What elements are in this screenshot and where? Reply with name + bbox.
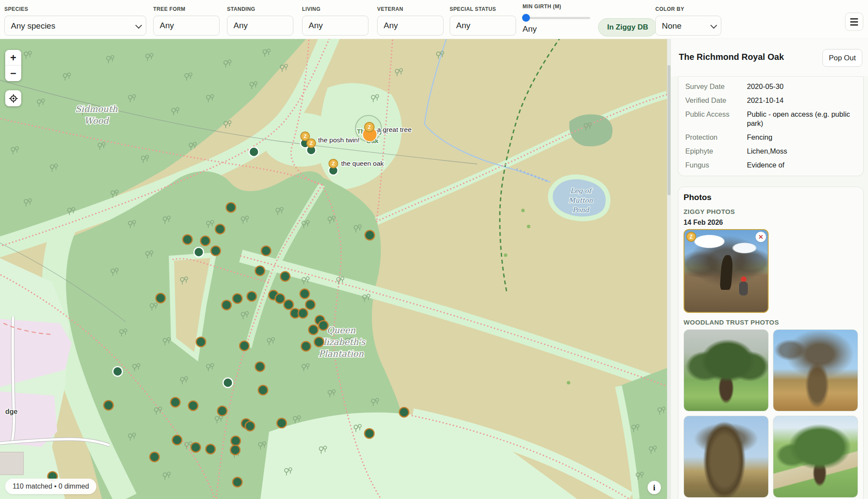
tree-marker[interactable]	[188, 401, 198, 410]
tree-marker[interactable]	[222, 300, 231, 310]
min-girth-filter-group: MIN GIRTH (M) Any	[523, 3, 590, 34]
woodland-trust-photo[interactable]	[773, 329, 858, 411]
tree-marker[interactable]	[399, 407, 409, 417]
min-girth-value: Any	[523, 24, 590, 34]
tree-marker[interactable]	[247, 292, 256, 301]
photos-heading: Photos	[684, 193, 858, 202]
veteran-input[interactable]	[377, 16, 444, 36]
living-input[interactable]	[302, 16, 368, 36]
tree-marker[interactable]	[104, 401, 113, 410]
tree-marker[interactable]	[249, 147, 259, 157]
tree-marker[interactable]	[309, 325, 318, 335]
ziggy-photo[interactable]: Z ✕	[684, 229, 769, 313]
map-place-label: Mutton	[569, 197, 593, 204]
tree-marker[interactable]	[258, 385, 268, 395]
attribute-row: Survey Date2020-05-30	[678, 80, 863, 94]
ziggy-badge-icon: Z	[307, 139, 316, 148]
tree-marker[interactable]	[194, 247, 204, 257]
tree-marker[interactable]	[211, 246, 220, 256]
tree-marker[interactable]	[319, 321, 328, 330]
living-label: LIVING	[302, 6, 368, 12]
woodland-trust-photo[interactable]	[684, 329, 769, 411]
slider-thumb[interactable]	[522, 14, 530, 22]
slider-track[interactable]	[523, 17, 590, 19]
veteran-filter-group: VETERAN	[377, 6, 444, 36]
tree-marker[interactable]	[223, 378, 233, 387]
tree-marker[interactable]	[196, 337, 206, 347]
tree-marker[interactable]	[306, 300, 315, 309]
tree-marker[interactable]	[215, 224, 225, 234]
in-ziggy-db-label: In Ziggy DB	[607, 23, 648, 32]
tree-marker[interactable]	[191, 443, 201, 452]
tree-marker[interactable]	[113, 367, 122, 376]
map-place-label: Elizabeth's	[317, 337, 366, 347]
tree-marker[interactable]	[300, 289, 309, 299]
zoom-in-button[interactable]: +	[5, 50, 21, 66]
color-by-select[interactable]: None	[655, 16, 721, 36]
tree-marker[interactable]	[226, 203, 236, 212]
map-place-label: Leg of	[570, 187, 593, 195]
remove-photo-button[interactable]: ✕	[756, 232, 766, 242]
special-status-input[interactable]	[450, 16, 516, 36]
map-canvas[interactable]: SidmouthWoodQueenElizabeth'sPlantationTh…	[0, 39, 667, 499]
living-filter-group: LIVING	[302, 6, 368, 36]
tree-marker[interactable]	[240, 341, 249, 351]
tree-marker[interactable]	[233, 294, 242, 303]
locate-button[interactable]	[5, 90, 21, 106]
tree-marker[interactable]	[255, 266, 265, 276]
tree-marker[interactable]	[150, 452, 159, 462]
menu-icon	[850, 18, 858, 20]
tree-marker[interactable]	[233, 477, 242, 487]
standing-label: STANDING	[227, 6, 293, 12]
photos-card: Photos ZIGGY PHOTOS 14 Feb 2026 Z ✕ WOOD…	[678, 187, 864, 499]
tree-marker[interactable]	[171, 397, 180, 407]
min-girth-slider[interactable]	[523, 14, 590, 22]
tree-marker[interactable]	[314, 337, 324, 347]
map-attribution-button[interactable]: i	[648, 481, 661, 494]
tree-marker[interactable]	[275, 294, 285, 303]
tree-form-input[interactable]	[153, 16, 220, 36]
attribute-row: Verified Date2021-10-14	[678, 94, 863, 108]
tree-marker[interactable]	[206, 444, 215, 454]
in-ziggy-db-toggle[interactable]: In Ziggy DB	[598, 18, 657, 36]
attribute-value: 2021-10-14	[747, 96, 856, 105]
attribute-label: Public Access	[685, 110, 747, 129]
attribute-value: Evidence of	[747, 161, 856, 170]
species-select[interactable]: Any species	[4, 16, 146, 36]
tree-marker[interactable]	[301, 341, 311, 351]
map-place-label: Sidmouth	[75, 104, 118, 114]
special-status-filter-group: SPECIAL STATUS	[450, 6, 516, 36]
attribute-row: Public AccessPublic - open access (e.g. …	[678, 108, 863, 131]
tree-marker[interactable]	[245, 421, 255, 431]
menu-button[interactable]	[845, 13, 863, 31]
tree-marker[interactable]	[201, 236, 210, 246]
tree-marker[interactable]	[280, 272, 290, 281]
attribute-row: EpiphyteLichen,Moss	[678, 144, 863, 158]
sidebar-scrollbar[interactable]	[667, 39, 671, 499]
tree-marker[interactable]	[365, 429, 374, 438]
tree-marker[interactable]	[365, 230, 375, 240]
woodland-trust-photo[interactable]	[684, 416, 769, 498]
tree-marker[interactable]	[172, 435, 182, 445]
tree-marker[interactable]	[277, 418, 286, 428]
tree-marker[interactable]	[217, 406, 227, 416]
standing-input[interactable]	[227, 16, 293, 36]
tree-marker[interactable]	[183, 235, 192, 244]
svg-text:Z: Z	[310, 141, 313, 146]
tree-marker[interactable]	[231, 436, 240, 446]
scrollbar-thumb[interactable]	[667, 65, 671, 195]
pop-out-button[interactable]: Pop Out	[822, 49, 862, 67]
tree-name-label: a great tree	[377, 126, 411, 133]
panel-title: The Richmond Royal Oak	[679, 52, 784, 62]
ziggy-badge-icon: Z	[365, 122, 374, 132]
tree-marker[interactable]	[261, 246, 271, 256]
zoom-out-button[interactable]: −	[5, 66, 21, 81]
tree-marker[interactable]	[230, 445, 240, 455]
woodland-trust-photo[interactable]	[773, 416, 858, 498]
attribute-label: Protection	[685, 133, 747, 142]
tree-marker[interactable]	[284, 300, 293, 309]
attribute-value: Public - open access (e.g. public park)	[747, 110, 856, 129]
tree-marker[interactable]	[156, 293, 165, 303]
tree-marker[interactable]	[298, 309, 308, 318]
tree-marker[interactable]	[255, 362, 265, 371]
